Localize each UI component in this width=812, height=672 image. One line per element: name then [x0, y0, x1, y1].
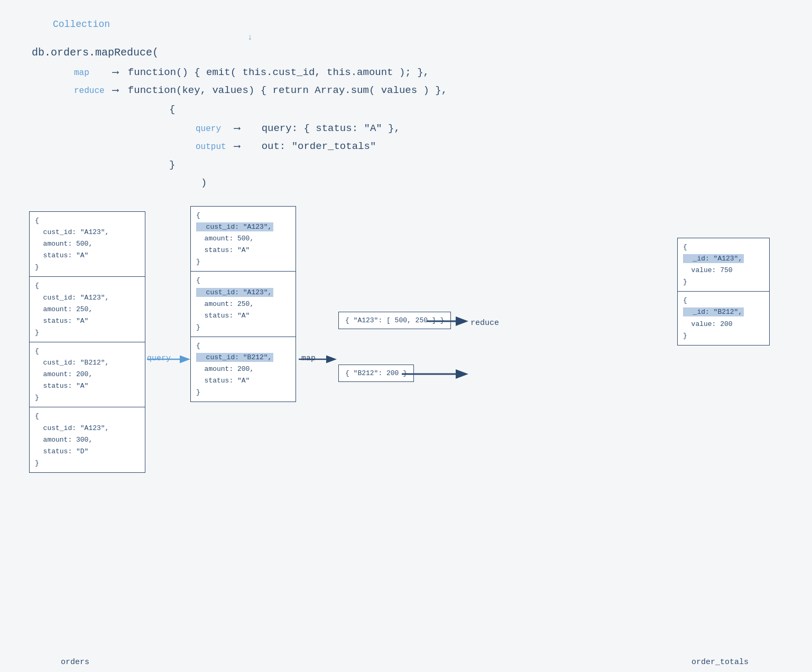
map-arrow-icon: ⟶ — [113, 64, 118, 81]
order-doc-2: { cust_id: "A123", amount: 250, status: … — [30, 277, 145, 342]
output-value: out: "order_totals" — [250, 137, 376, 155]
reduce-code: function(key, values) { return Array.sum… — [128, 81, 447, 99]
options-block: { query ⟶ query: { status: "A" }, output… — [169, 100, 447, 192]
result-collection: { _id: "A123", value: 750} { _id: "B212"… — [677, 238, 770, 346]
filtered-doc-2: { cust_id: "A123", amount: 250, status: … — [191, 272, 296, 337]
map-label: map — [74, 66, 103, 81]
options-close: } — [169, 156, 447, 174]
query-value: query: { status: "A" }, — [250, 119, 400, 137]
close-paren: ) — [201, 174, 447, 192]
orders-label: orders — [61, 658, 89, 667]
code-section: Collection ↓ db.orders.mapReduce( map ⟶ … — [32, 16, 447, 192]
result-doc-2: { _id: "B212", value: 200} — [678, 292, 769, 344]
query-label: query — [147, 354, 171, 363]
filtered-collection: { cust_id: "A123", amount: 500, status: … — [190, 206, 296, 402]
order-doc-4: { cust_id: "A123", amount: 300, status: … — [30, 407, 145, 472]
output-option-label: output — [196, 139, 225, 155]
output-option-arrow-icon: ⟶ — [234, 138, 240, 155]
filtered-doc-1: { cust_id: "A123", amount: 500, status: … — [191, 207, 296, 272]
order-totals-label: order_totals — [691, 658, 749, 667]
query-option-label: query — [196, 122, 225, 137]
map-output-2: { "B212": 200 } — [338, 365, 414, 382]
reduce-label: reduce — [74, 83, 103, 99]
query-option-arrow-icon: ⟶ — [234, 120, 240, 137]
diagram-section: { cust_id: "A123", amount: 500, status: … — [0, 206, 812, 672]
reduce-arrow-icon: ⟶ — [113, 82, 118, 99]
order-doc-1: { cust_id: "A123", amount: 500, status: … — [30, 212, 145, 277]
options-open: { — [169, 100, 447, 118]
order-doc-3: { cust_id: "B212", amount: 200, status: … — [30, 342, 145, 407]
down-arrow-icon: ↓ — [53, 33, 447, 43]
code-line-1: db.orders.mapReduce( — [32, 43, 447, 62]
collection-label: Collection — [53, 19, 110, 30]
filtered-doc-3: { cust_id: "B212", amount: 200, status: … — [191, 337, 296, 402]
reduce-param: reduce ⟶ function(key, values) { return … — [74, 81, 447, 99]
map-code: function() { emit( this.cust_id, this.am… — [128, 63, 429, 81]
map-output-1: { "A123": [ 500, 250 ] } — [338, 312, 451, 329]
result-doc-1: { _id: "A123", value: 750} — [678, 238, 769, 292]
reduce-label: reduce — [470, 319, 499, 328]
orders-collection: { cust_id: "A123", amount: 500, status: … — [29, 211, 145, 473]
output-option: output ⟶ out: "order_totals" — [169, 137, 447, 155]
map-label: map — [301, 354, 316, 363]
map-param: map ⟶ function() { emit( this.cust_id, t… — [74, 63, 447, 81]
query-option: query ⟶ query: { status: "A" }, — [169, 119, 447, 137]
